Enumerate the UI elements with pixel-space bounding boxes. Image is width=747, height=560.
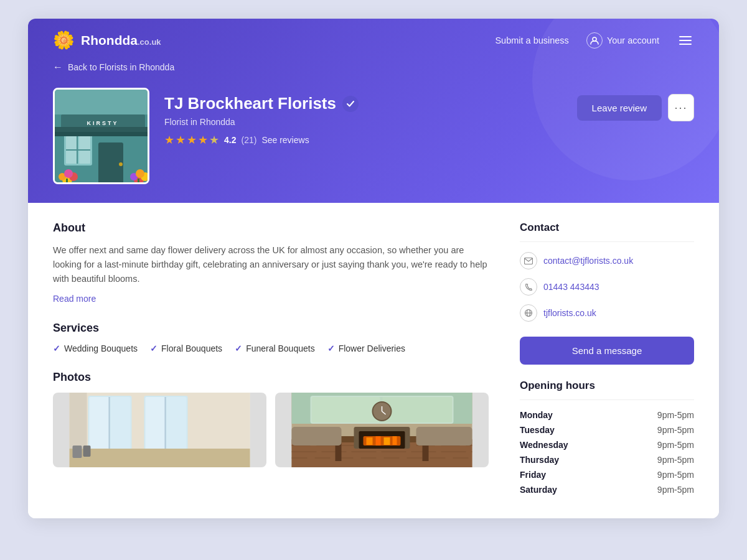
svg-rect-60 [376,436,381,446]
photo-2[interactable] [275,393,489,467]
hours-day: Wednesday [520,440,568,450]
svg-rect-59 [367,437,373,445]
contact-title: Contact [520,222,694,242]
contact-email-item: contact@tjflorists.co.uk [520,252,694,269]
breadcrumb-bar: ← Back to Florists in Rhondda [28,62,719,88]
your-account-link[interactable]: Your account [586,32,659,49]
star-2: ★ [176,133,186,147]
read-more-link[interactable]: Read more [53,294,96,304]
photos-section: Photos [53,371,489,467]
hours-day: Tuesday [520,425,555,435]
contact-section: Contact contact@tjflorists.co.uk [520,222,694,322]
account-icon [586,32,603,49]
two-column-layout: About We offer next and same day flower … [28,203,719,518]
service-item-funeral: ✓ Funeral Bouquets [235,343,315,353]
logo-text: Rhondda.co.uk [81,33,161,48]
hours-day: Monday [520,410,553,420]
opening-hours-section: Opening hours Monday9pm-5pmTuesday9pm-5p… [520,380,694,495]
leave-review-button[interactable]: Leave review [577,95,662,121]
services-list: ✓ Wedding Bouquets ✓ Floral Bouquets ✓ F… [53,343,489,353]
svg-rect-21 [138,179,139,184]
check-icon-2: ✓ [150,343,157,353]
more-options-button[interactable]: ··· [668,94,694,121]
logo[interactable]: 🌼 Rhondda.co.uk [53,30,161,50]
hours-time: 9pm-5pm [657,425,694,435]
svg-point-15 [64,169,73,178]
check-icon-3: ✓ [235,343,242,353]
website-icon [520,304,537,322]
service-item-wedding: ✓ Wedding Bouquets [53,343,138,353]
breadcrumb-text: Back to Florists in Rhondda [68,62,174,72]
svg-rect-36 [73,446,82,458]
email-icon [520,252,537,269]
contact-website-item: tjflorists.co.uk [520,304,694,322]
hamburger-menu[interactable] [677,34,694,47]
action-buttons: Leave review ··· [577,94,694,121]
left-column: About We offer next and same day flower … [53,222,520,500]
logo-brand: Rhondda [81,33,138,47]
hours-time: 9pm-5pm [657,470,694,480]
rating-score: 4.2 [224,135,236,145]
back-arrow-icon: ← [53,62,63,73]
star-5-half: ★ [209,133,219,147]
business-info-right: TJ Brockheart Florists Florist in Rhondd… [164,88,694,147]
svg-point-11 [119,162,123,166]
see-reviews-link[interactable]: See reviews [261,135,309,145]
photo-1[interactable] [53,393,266,467]
photos-title: Photos [53,371,489,384]
service-label-4: Flower Deliveries [339,343,405,353]
svg-point-0 [593,37,596,41]
hours-day: Friday [520,470,546,480]
logo-flower-icon: 🌼 [53,30,75,50]
hamburger-line-2 [679,40,692,41]
svg-rect-54 [292,427,342,446]
about-title: About [53,222,489,235]
top-nav: 🌼 Rhondda.co.uk Submit a business [28,19,719,62]
ellipsis-icon: ··· [674,101,687,114]
hours-list: Monday9pm-5pmTuesday9pm-5pmWednesday9pm-… [520,410,694,495]
right-column: Contact contact@tjflorists.co.uk [520,222,694,500]
hours-day: Thursday [520,455,559,465]
hours-time: 9pm-5pm [657,410,694,420]
hours-time: 9pm-5pm [657,440,694,450]
service-item-delivery: ✓ Flower Deliveries [327,343,405,353]
svg-rect-16 [66,179,68,184]
header-area: 🌼 Rhondda.co.uk Submit a business [28,19,719,203]
svg-text:KIRSTY: KIRSTY [87,120,118,126]
send-message-button[interactable]: Send a message [520,337,694,365]
business-category: Florist in Rhondda [164,117,359,127]
phone-link[interactable]: 01443 443443 [543,282,599,292]
svg-rect-37 [83,446,91,457]
svg-rect-35 [70,393,87,449]
email-link[interactable]: contact@tjflorists.co.uk [543,256,633,266]
service-item-floral: ✓ Floral Bouquets [150,343,222,353]
hours-time: 9pm-5pm [657,485,694,495]
service-label-2: Floral Bouquets [161,343,222,353]
hours-row: Friday9pm-5pm [520,470,694,480]
review-count: (21) [241,135,256,145]
hours-row: Thursday9pm-5pm [520,455,694,465]
hours-row: Monday9pm-5pm [520,410,694,420]
hamburger-line-3 [679,44,692,45]
hours-row: Saturday9pm-5pm [520,485,694,495]
hours-day: Saturday [520,485,557,495]
business-hero: KIRSTY [28,88,719,203]
svg-rect-55 [416,427,472,446]
back-link[interactable]: ← Back to Florists in Rhondda [53,62,694,73]
star-rating: ★ ★ ★ ★ ★ [164,133,219,147]
rating-row: ★ ★ ★ ★ ★ 4.2 (21) See reviews [164,133,359,147]
svg-rect-23 [55,132,149,136]
website-link[interactable]: tjflorists.co.uk [543,308,596,318]
star-4: ★ [198,133,208,147]
submit-business-link[interactable]: Submit a business [495,35,568,45]
business-title-row: TJ Brockheart Florists [164,94,359,113]
business-name-block: TJ Brockheart Florists Florist in Rhondd… [164,94,359,147]
svg-rect-61 [384,437,390,445]
service-label-3: Funeral Bouquets [246,343,315,353]
contact-phone-item: 01443 443443 [520,278,694,296]
hours-row: Wednesday9pm-5pm [520,440,694,450]
opening-hours-title: Opening hours [520,380,694,400]
hours-row: Tuesday9pm-5pm [520,425,694,435]
about-text: We offer next and same day flower delive… [53,243,489,287]
svg-point-20 [136,169,144,178]
